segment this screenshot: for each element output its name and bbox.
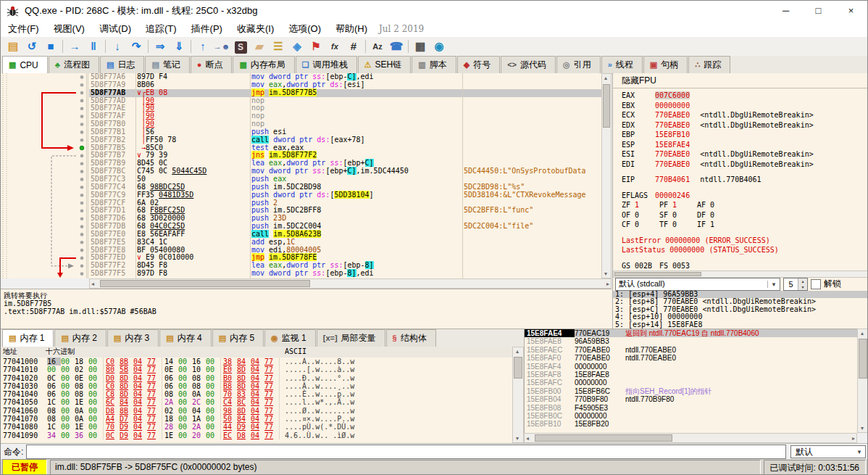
dump-byte[interactable]: 98: [223, 407, 237, 415]
dump-byte[interactable]: D8: [237, 431, 251, 439]
flag-sf[interactable]: SF 0: [659, 210, 697, 220]
dump-byte[interactable]: B0: [223, 374, 237, 382]
dump-byte[interactable]: 0A: [192, 390, 206, 398]
dump-byte[interactable]: 08: [75, 382, 88, 390]
dump-v-scrollbar[interactable]: ▴ ▾: [512, 347, 524, 443]
dump-byte[interactable]: 18: [75, 358, 88, 365]
register-value[interactable]: 15E8FAE4: [655, 141, 690, 149]
dump-byte[interactable]: 00: [178, 365, 192, 373]
dump-byte[interactable]: 10: [192, 365, 206, 373]
menu-item[interactable]: 文件(F): [1, 20, 46, 38]
dump-byte[interactable]: 08: [47, 407, 61, 415]
dump-byte[interactable]: 04: [251, 358, 264, 365]
dump-byte[interactable]: 77: [147, 382, 161, 390]
dump-byte[interactable]: C4: [223, 398, 237, 406]
dump-byte[interactable]: 77: [147, 431, 161, 439]
tab-symbols[interactable]: ◆符号: [457, 56, 500, 73]
disasm-v-scrollbar[interactable]: ▴ ▾: [601, 73, 612, 278]
dump-byte[interactable]: 04: [192, 407, 206, 415]
dump-byte[interactable]: 00: [178, 358, 192, 365]
dump-byte[interactable]: B8: [223, 382, 237, 390]
dump-row[interactable]: 7704100016001800C08B04771400160038840477…: [1, 358, 512, 365]
dump-byte[interactable]: 00: [178, 407, 192, 415]
calculator-icon[interactable]: ▦: [411, 38, 430, 55]
dump-byte[interactable]: 77: [264, 398, 278, 406]
dump-byte[interactable]: 00: [88, 390, 102, 398]
stop-icon[interactable]: ■: [41, 38, 60, 55]
register-row[interactable]: ZF 1PF 1AF 0: [613, 200, 868, 210]
disasm-row[interactable]: 5D8F77B2 │FF50 78call dword ptr ds:[eax+…: [1, 136, 612, 144]
tab-dump-5[interactable]: ▤内存 5: [212, 329, 264, 347]
menu-item[interactable]: 收藏夹(I): [230, 20, 281, 38]
dump-byte[interactable]: 77: [264, 431, 278, 439]
dump-byte[interactable]: 00: [206, 431, 220, 439]
dump-byte[interactable]: 77: [264, 382, 278, 390]
register-row[interactable]: EBP15E8FB10: [613, 130, 868, 140]
stack-row[interactable]: 15E8FAEC770EABE0ntdll.770EABE0: [525, 346, 857, 354]
dump-byte[interactable]: 02: [75, 365, 88, 373]
chevron-down-icon[interactable]: ▾: [854, 448, 865, 455]
tab-log[interactable]: ▤日志: [100, 56, 144, 73]
tab-watch-1[interactable]: ◉监视 1: [264, 329, 316, 347]
dump-byte[interactable]: 80: [106, 365, 120, 373]
dump-byte[interactable]: 04: [133, 382, 147, 390]
dump-byte[interactable]: 00: [206, 365, 220, 373]
dump-byte[interactable]: 83: [237, 390, 251, 398]
dump-byte[interactable]: 16: [192, 358, 206, 365]
run-to-user-code-icon[interactable]: ⇒: [151, 38, 170, 55]
close-button[interactable]: ×: [835, 1, 867, 21]
tab-cpu[interactable]: ▦CPU: [2, 56, 48, 74]
tab-graph[interactable]: ♣流程图: [49, 56, 99, 73]
dump-row[interactable]: 770410200C000E00D08D047706000800B08D0477…: [1, 374, 512, 382]
dump-byte[interactable]: 00: [47, 365, 61, 373]
dump-byte[interactable]: 04: [133, 407, 147, 415]
register-value[interactable]: 00000000: [655, 102, 690, 110]
dump-byte[interactable]: 77: [147, 358, 161, 365]
dump-byte[interactable]: 04: [133, 423, 147, 431]
dump-byte[interactable]: 8D: [237, 382, 251, 390]
stack-h-scrollbar[interactable]: ◂ ▸: [524, 433, 857, 443]
stack-row[interactable]: 15E8FAF400000000: [525, 363, 857, 371]
dump-byte[interactable]: 36: [75, 431, 88, 439]
calling-convention-select[interactable]: 默认 (stdcall) ▾: [615, 278, 780, 291]
register-row[interactable]: OF 0SF 0DF 0: [613, 210, 868, 220]
dump-byte[interactable]: 00: [178, 415, 192, 423]
dump-byte[interactable]: C0: [106, 382, 120, 390]
dump-byte[interactable]: 04: [251, 365, 264, 373]
flag-if[interactable]: IF 1: [697, 220, 735, 230]
dump-byte[interactable]: 04: [251, 423, 264, 431]
dump-byte[interactable]: 77: [147, 423, 161, 431]
dump-byte[interactable]: 00: [88, 431, 102, 439]
functions-icon[interactable]: fx: [325, 38, 344, 55]
dump-byte[interactable]: 77: [264, 390, 278, 398]
dump-byte[interactable]: 38: [223, 358, 237, 365]
dump-byte[interactable]: 70: [223, 390, 237, 398]
dump-byte[interactable]: 77: [147, 398, 161, 406]
maximize-button[interactable]: □: [802, 1, 835, 21]
dump-byte[interactable]: 77: [264, 423, 278, 431]
dump-byte[interactable]: 00: [206, 390, 220, 398]
register-value[interactable]: 770EABE0: [655, 160, 690, 168]
dump-byte[interactable]: 0A: [75, 415, 88, 423]
flag-of[interactable]: OF 0: [622, 210, 659, 220]
unlock-checkbox[interactable]: 解锁: [811, 278, 841, 290]
restart-icon[interactable]: ↺: [22, 38, 41, 55]
register-row[interactable]: ECX770EABE0<ntdll.DbgUiRemoteBreakin>: [613, 110, 868, 120]
stack-pane[interactable]: 15E8FAE4770EAC19返回到 ntdll.770EAC19 自 ntd…: [524, 329, 857, 433]
hash-icon[interactable]: #: [344, 38, 363, 55]
dump-byte[interactable]: 00: [61, 374, 75, 382]
dump-byte[interactable]: 77: [264, 374, 278, 382]
register-value[interactable]: 00000246: [655, 191, 690, 199]
tab-dump-4[interactable]: ▤内存 4: [159, 329, 211, 347]
dump-byte[interactable]: 04: [133, 374, 147, 382]
dump-row[interactable]: 7704101000000200805B04770E001000E08D0477…: [1, 365, 512, 373]
dump-byte[interactable]: 00: [178, 390, 192, 398]
dump-byte[interactable]: 04: [133, 398, 147, 406]
dump-byte[interactable]: 06: [164, 382, 178, 390]
stepper-up-icon[interactable]: ▴: [798, 278, 807, 284]
dump-byte[interactable]: 02: [164, 407, 178, 415]
tab-dump-3[interactable]: ▤内存 3: [107, 329, 159, 347]
tab-breakpoints[interactable]: ●断点: [191, 56, 233, 73]
flag-af[interactable]: AF 0: [697, 200, 735, 210]
bookmarks-icon[interactable]: ⚑: [306, 38, 325, 55]
